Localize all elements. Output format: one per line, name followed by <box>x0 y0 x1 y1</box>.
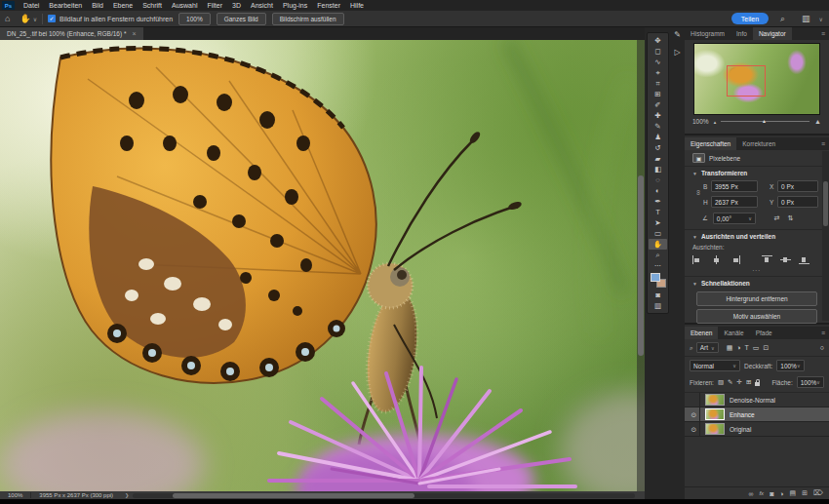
remove-background-button[interactable]: Hintergrund entfernen <box>696 291 817 306</box>
slider-thumb-icon[interactable]: ▲ <box>762 118 767 124</box>
frame-tool[interactable]: ⊞ <box>649 89 667 99</box>
align-bottom-icon[interactable] <box>799 255 809 264</box>
close-icon[interactable]: × <box>132 30 136 37</box>
menu-datei[interactable]: Datei <box>19 2 44 9</box>
object-selection-tool[interactable]: ⌖ <box>649 67 667 78</box>
delete-layer-icon[interactable]: ⌦ <box>813 489 823 497</box>
filter-pixel-layers-icon[interactable]: ▦ <box>727 344 733 352</box>
fit-on-screen-button[interactable]: Ganzes Bild <box>217 13 266 25</box>
pen-tool[interactable]: ✒ <box>649 196 667 207</box>
visibility-toggle-icon[interactable] <box>689 393 700 407</box>
panel-menu-icon[interactable]: ≡ <box>817 27 829 40</box>
menu-bild[interactable]: Bild <box>87 2 108 9</box>
flip-horizontal-icon[interactable]: ⇄ <box>774 214 780 222</box>
layer-row-original[interactable]: ⊙ Original <box>685 422 829 437</box>
link-layers-icon[interactable]: ∞ <box>748 490 753 497</box>
chevron-down-icon[interactable]: ∨ <box>819 16 823 22</box>
layer-thumbnail[interactable] <box>705 408 725 420</box>
scrollbar-thumb[interactable] <box>638 175 644 356</box>
align-left-icon[interactable] <box>692 255 703 264</box>
clone-stamp-tool[interactable]: ♟ <box>649 132 667 142</box>
navigator-zoom-field[interactable]: 100% <box>692 118 709 125</box>
status-info-arrow-icon[interactable]: ❯ <box>121 492 133 498</box>
menu-hilfe[interactable]: Hilfe <box>345 2 369 9</box>
path-selection-tool[interactable]: ➤ <box>649 217 667 228</box>
visibility-toggle-icon[interactable]: ⊙ <box>689 422 700 436</box>
new-group-icon[interactable]: ▤ <box>790 489 797 497</box>
crop-tool[interactable]: ⌗ <box>649 78 667 89</box>
align-more-options[interactable]: ∙∙∙ <box>685 265 829 276</box>
zoom-100-button[interactable]: 100% <box>178 13 211 25</box>
scroll-all-windows-checkbox[interactable]: ✓ <box>48 15 56 22</box>
menu-fenster[interactable]: Fenster <box>312 2 345 9</box>
tab-navigator[interactable]: Navigator <box>753 27 792 40</box>
search-icon[interactable]: ⌕ <box>775 14 790 24</box>
align-section-header[interactable]: ▼ Ausrichten und verteilen <box>685 229 829 242</box>
share-button[interactable]: Teilen <box>731 13 769 24</box>
scrollbar-thumb[interactable] <box>823 181 828 225</box>
panel-menu-icon[interactable]: ≡ <box>817 327 829 339</box>
navigator-view-box[interactable] <box>727 65 766 97</box>
eyedropper-tool[interactable]: ✐ <box>649 99 667 110</box>
align-top-icon[interactable] <box>762 255 772 264</box>
fill-screen-button[interactable]: Bildschirm ausfüllen <box>272 13 344 25</box>
filter-shape-layers-icon[interactable]: ▭ <box>753 344 760 352</box>
height-field[interactable]: 2637 Px <box>711 196 758 208</box>
actions-panel-icon[interactable]: ▷ <box>674 48 680 57</box>
quick-actions-section-header[interactable]: ▼ Schnellaktionen <box>685 276 829 289</box>
link-dimensions-icon[interactable]: ∞ <box>695 190 702 199</box>
layer-row-denoise-normal[interactable]: Denoise-Normal <box>685 393 829 407</box>
screen-mode-icon[interactable]: ▥ <box>649 300 667 311</box>
tab-ebenen[interactable]: Ebenen <box>685 327 718 339</box>
add-layer-mask-icon[interactable]: ◙ <box>770 490 773 497</box>
lock-all-icon[interactable] <box>755 382 760 386</box>
visibility-toggle-icon[interactable]: ⊙ <box>689 407 700 421</box>
lock-image-pixels-icon[interactable]: ✎ <box>728 378 732 386</box>
menu-auswahl[interactable]: Auswahl <box>167 2 202 9</box>
eraser-tool[interactable]: ▰ <box>649 153 667 164</box>
zoom-out-icon[interactable]: ▴ <box>714 119 717 125</box>
align-right-icon[interactable] <box>730 255 740 264</box>
opacity-field[interactable]: 100% ∨ <box>776 360 804 371</box>
zoom-in-icon[interactable]: ▲ <box>814 118 821 125</box>
healing-brush-tool[interactable]: ✚ <box>649 110 667 121</box>
menu-schrift[interactable]: Schrift <box>138 2 167 9</box>
shape-tool[interactable]: ▭ <box>649 228 667 239</box>
marquee-tool[interactable]: ◻ <box>649 46 667 57</box>
workspace-switcher-icon[interactable]: ▥ <box>797 14 815 23</box>
move-tool[interactable]: ✥ <box>649 35 667 46</box>
align-middle-vertical-icon[interactable] <box>780 255 791 264</box>
foreground-color-swatch[interactable] <box>651 273 660 282</box>
blend-mode-dropdown[interactable]: Normal ∨ <box>690 360 740 371</box>
menu-bearbeiten[interactable]: Bearbeiten <box>44 2 87 9</box>
navigator-thumbnail[interactable] <box>693 43 820 115</box>
tab-eigenschaften[interactable]: Eigenschaften <box>685 137 736 150</box>
width-field[interactable]: 3955 Px <box>711 180 758 192</box>
home-icon[interactable]: ⌂ <box>0 14 15 23</box>
layer-thumbnail[interactable] <box>705 394 725 406</box>
tab-pfade[interactable]: Pfade <box>750 327 778 339</box>
canvas-vertical-scrollbar[interactable] <box>637 40 645 491</box>
navigator-zoom-slider[interactable]: ▲ <box>721 121 809 122</box>
layer-effects-icon[interactable]: fx <box>759 490 764 496</box>
tab-info[interactable]: Info <box>730 27 753 40</box>
brush-tool[interactable]: ✎ <box>649 121 667 132</box>
quick-mask-icon[interactable]: ◙ <box>649 290 667 300</box>
document-tab[interactable]: DN_25_.tif bei 100% (Enhance, RGB/16) * … <box>0 27 143 40</box>
new-layer-icon[interactable]: ⊞ <box>802 489 808 497</box>
select-subject-button[interactable]: Motiv auswählen <box>696 309 817 324</box>
panel-menu-icon[interactable]: ≡ <box>817 137 829 150</box>
y-field[interactable]: 0 Px <box>777 196 818 208</box>
lock-transparent-pixels-icon[interactable]: ▨ <box>718 378 724 386</box>
menu-ebene[interactable]: Ebene <box>108 2 138 9</box>
layer-filter-toggle-icon[interactable]: ○ <box>820 344 824 351</box>
filter-adjustment-layers-icon[interactable]: ◑ <box>736 344 740 352</box>
panel-scrollbar[interactable] <box>822 151 829 321</box>
fill-field[interactable]: 100% ∨ <box>797 376 824 388</box>
scrollbar-thumb[interactable] <box>173 493 414 498</box>
history-brush-tool[interactable]: ↺ <box>649 142 667 153</box>
brushes-panel-icon[interactable]: ✎ <box>674 30 681 39</box>
menu-filter[interactable]: Filter <box>202 2 227 9</box>
filter-smart-object-icon[interactable]: ⊡ <box>763 344 769 352</box>
type-tool[interactable]: T <box>649 207 667 217</box>
